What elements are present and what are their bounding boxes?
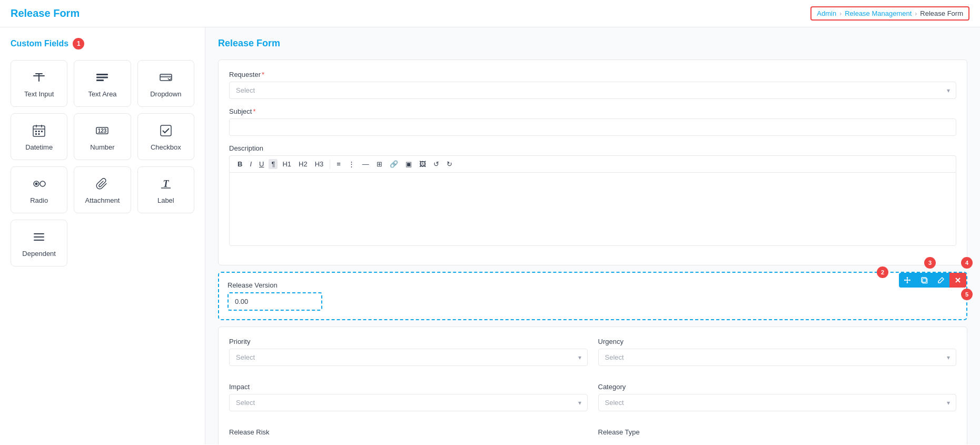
floating-copy-button[interactable] (916, 273, 933, 288)
toolbar-redo[interactable]: ↻ (444, 159, 455, 169)
floating-close-button[interactable] (949, 273, 966, 288)
text-area-icon (95, 69, 110, 86)
svg-point-23 (40, 181, 45, 186)
field-item-checkbox[interactable]: Checkbox (137, 113, 194, 160)
floating-move-button[interactable] (899, 273, 916, 288)
svg-rect-1 (38, 73, 39, 82)
svg-rect-5 (96, 80, 104, 81)
field-label-text-input: Text Input (24, 90, 54, 98)
field-grid: Text Input Text Area (11, 60, 194, 266)
field-label-dropdown: Dropdown (150, 90, 181, 98)
breadcrumb-release-form[interactable]: Release Form (920, 9, 963, 17)
breadcrumb-admin[interactable]: Admin (817, 9, 836, 17)
text-input-icon (32, 69, 46, 86)
urgency-select[interactable]: Select (598, 349, 957, 366)
impact-select[interactable]: Select (229, 394, 588, 411)
content-area: Release Form Requester * Select Subject … (205, 27, 980, 444)
field-item-label[interactable]: T Label (137, 166, 194, 213)
toolbar-italic[interactable]: I (247, 159, 254, 169)
field-item-text-area[interactable]: Text Area (74, 60, 131, 107)
category-group: Category Select (598, 383, 957, 411)
requester-group: Requester * Select (229, 71, 956, 99)
toolbar-image[interactable]: 🖼 (417, 159, 429, 169)
toolbar-undo[interactable]: ↺ (431, 159, 442, 169)
svg-rect-2 (35, 73, 43, 74)
description-editor[interactable] (229, 172, 956, 246)
toolbar-bold[interactable]: B (235, 159, 245, 169)
field-item-radio[interactable]: Radio (11, 166, 67, 213)
toolbar-ordered-list[interactable]: ⋮ (345, 159, 358, 169)
breadcrumb-sep-2: › (915, 10, 917, 17)
toolbar-h3[interactable]: H3 (312, 159, 326, 169)
svg-text:T: T (163, 179, 169, 189)
subject-group: Subject * (229, 107, 956, 136)
svg-rect-16 (35, 133, 37, 135)
release-risk-group: Release Risk (229, 428, 588, 439)
svg-rect-3 (96, 74, 108, 75)
toolbar-underline[interactable]: U (256, 159, 266, 169)
priority-group: Priority Select (229, 338, 588, 366)
description-label: Description (229, 144, 956, 152)
svg-point-22 (35, 183, 38, 185)
svg-rect-14 (38, 131, 40, 132)
subject-input[interactable] (229, 118, 956, 136)
sidebar-title: Custom Fields (11, 39, 68, 48)
category-label: Category (598, 383, 957, 391)
breadcrumb: Admin › Release Management › Release For… (810, 6, 969, 21)
field-item-text-input[interactable]: Text Input (11, 60, 67, 107)
field-item-attachment[interactable]: Attachment (74, 166, 131, 213)
floating-edit-button[interactable] (933, 273, 949, 288)
toolbar-bullet-list[interactable]: ≡ (334, 159, 343, 169)
impact-label: Impact (229, 383, 588, 391)
toolbar-h1[interactable]: H1 (280, 159, 294, 169)
checkbox-icon (159, 122, 173, 139)
urgency-group: Urgency Select (598, 338, 957, 366)
field-item-dropdown[interactable]: Dropdown (137, 60, 194, 107)
subject-label: Subject * (229, 107, 956, 115)
dropdown-icon (159, 69, 173, 86)
release-type-label: Release Type (598, 428, 957, 436)
toolbar-paragraph[interactable]: ¶ (269, 159, 278, 169)
priority-select-wrapper: Select (229, 349, 588, 366)
field-label-number: Number (90, 143, 114, 151)
svg-rect-15 (41, 131, 43, 132)
field-label-label: Label (157, 196, 174, 204)
release-risk-type-grid: Release Risk Release Type (229, 428, 956, 444)
requester-select[interactable]: Select (229, 82, 956, 99)
breadcrumb-release-management[interactable]: Release Management (845, 9, 912, 17)
requester-select-wrapper: Select (229, 82, 956, 99)
svg-rect-4 (96, 77, 108, 78)
sidebar: Custom Fields 1 Text Input (0, 27, 205, 444)
toolbar-embed[interactable]: ▣ (403, 159, 414, 169)
main-layout: Custom Fields 1 Text Input (0, 27, 980, 444)
toolbar-hr[interactable]: — (360, 159, 372, 169)
marker-3: 3 (924, 257, 936, 269)
field-label-radio: Radio (30, 196, 48, 204)
page-title: Release Form (11, 7, 80, 19)
field-item-dependent[interactable]: Dependent (11, 220, 67, 266)
number-icon: 123 (95, 122, 110, 139)
release-risk-label: Release Risk (229, 428, 588, 436)
release-version-section: 2 3 4 5 Release Version (218, 272, 967, 320)
radio-icon (32, 175, 46, 192)
label-icon: T (159, 175, 173, 192)
urgency-label: Urgency (598, 338, 957, 345)
release-version-input[interactable] (227, 292, 322, 311)
toolbar-h2[interactable]: H2 (296, 159, 310, 169)
dependent-icon (32, 229, 46, 245)
subject-required: * (253, 107, 255, 115)
marker-2: 2 (877, 266, 888, 278)
release-type-group: Release Type (598, 428, 957, 439)
toolbar-link[interactable]: 🔗 (387, 159, 401, 169)
form-title: Release Form (218, 38, 967, 49)
category-select[interactable]: Select (598, 394, 957, 411)
priority-urgency-section: Priority Select Urgency Select (218, 327, 967, 444)
category-select-wrapper: Select (598, 394, 957, 411)
marker-5: 5 (961, 289, 973, 300)
field-item-number[interactable]: 123 Number (74, 113, 131, 160)
priority-select[interactable]: Select (229, 349, 588, 366)
toolbar-table[interactable]: ⊞ (374, 159, 385, 169)
requester-required: * (262, 71, 264, 78)
field-item-datetime[interactable]: Datetime (11, 113, 67, 160)
header: Release Form Admin › Release Management … (0, 0, 980, 27)
